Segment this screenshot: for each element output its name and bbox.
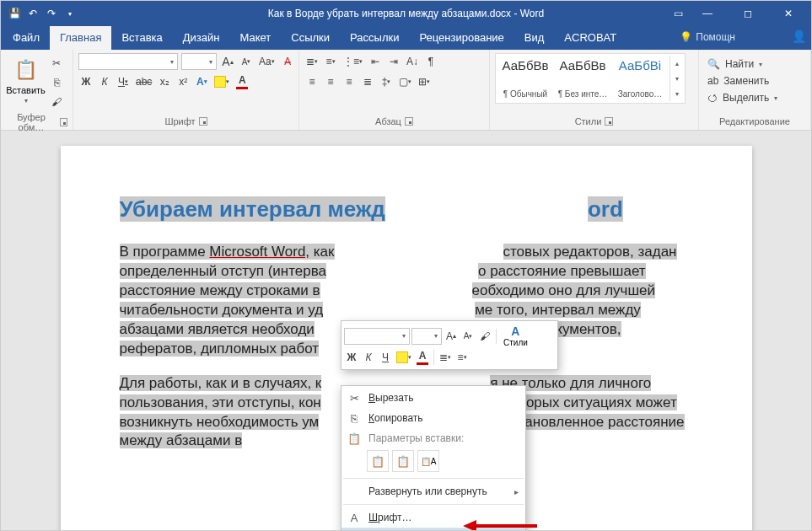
style-nospacing[interactable]: АаБбВв ¶ Без инте… [555, 56, 610, 101]
lightbulb-icon: 💡 [680, 31, 692, 43]
title-bar: 💾 ↶ ↷ ▾ Как в Ворде убрать интервал межд… [1, 1, 811, 26]
increase-indent-button[interactable]: ⇥ [386, 53, 401, 70]
replace-button[interactable]: abЗаменить [704, 73, 772, 88]
font-name-combo[interactable]: ▾ [78, 53, 178, 70]
ribbon: 📋 Вставить ▾ ✂ ⎘ 🖌 Буфер обм… ▾ ▾ A▴ A▾ … [1, 50, 811, 131]
shading-button[interactable]: ▢▾ [397, 73, 413, 90]
bold-button[interactable]: Ж [78, 73, 94, 90]
ctx-paragraph[interactable]: ≣Абзац… [341, 528, 525, 531]
tab-home[interactable]: Главная [50, 26, 111, 50]
subscript-button[interactable]: x₂ [157, 73, 172, 90]
paste-merge[interactable]: 📋 [392, 450, 414, 472]
paste-keep-source[interactable]: 📋 [367, 450, 389, 472]
style-normal[interactable]: АаБбВв ¶ Обычный [497, 56, 553, 101]
redo-icon[interactable]: ↷ [45, 7, 58, 20]
paragraph-dialog-launcher[interactable] [405, 117, 413, 126]
justify-button[interactable]: ≣ [360, 73, 375, 90]
mini-font-color[interactable]: A [415, 349, 430, 366]
styles-scroll[interactable]: ▴▾▾ [669, 56, 683, 101]
mini-italic[interactable]: К [361, 349, 376, 366]
align-left-button[interactable]: ≡ [304, 73, 320, 90]
strike-button[interactable]: abc [134, 73, 153, 90]
ctx-expand-collapse[interactable]: Развернуть или свернуть▸ [341, 481, 525, 502]
show-marks-button[interactable]: ¶ [423, 53, 438, 70]
tab-view[interactable]: Вид [514, 26, 555, 50]
ctx-paste-header: 📋Параметры вставки: [341, 428, 525, 448]
styles-dialog-launcher[interactable] [605, 117, 613, 126]
align-right-button[interactable]: ≡ [341, 73, 357, 90]
style-heading1[interactable]: АаБбВі Заголово… [612, 56, 668, 101]
mini-bullets[interactable]: ≣▾ [438, 349, 453, 366]
font-size-combo[interactable]: ▾ [181, 53, 217, 70]
ctx-cut[interactable]: ✂Вырезать [341, 388, 525, 408]
clipboard-dialog-launcher[interactable] [60, 118, 67, 126]
styles-icon: A [511, 324, 519, 338]
maximize-button[interactable]: ◻ [729, 1, 767, 26]
mini-styles-button[interactable]: A Стили [500, 324, 531, 347]
superscript-button[interactable]: x² [175, 73, 191, 90]
tab-acrobat[interactable]: ACROBAT [554, 26, 626, 50]
mini-highlight[interactable]: ▾ [395, 349, 413, 366]
tab-layout[interactable]: Макет [229, 26, 281, 50]
mini-underline[interactable]: Ч [378, 349, 393, 366]
mini-shrink-font[interactable]: A▾ [460, 328, 476, 345]
copy-icon[interactable]: ⎘ [49, 74, 64, 91]
tell-me-box[interactable]: 💡 Помощн [680, 31, 735, 43]
grow-font-button[interactable]: A▴ [220, 53, 235, 70]
paste-text-only[interactable]: 📋A [417, 450, 439, 472]
close-button[interactable]: ✕ [769, 1, 808, 26]
numbering-button[interactable]: ≡▾ [323, 53, 338, 70]
mini-font-combo[interactable]: ▾ [344, 328, 410, 345]
copy-icon: ⎘ [347, 412, 362, 425]
clear-formatting-button[interactable]: A̶ [280, 53, 295, 70]
chevron-down-icon: ▾ [24, 97, 28, 105]
sort-button[interactable]: A↓ [405, 53, 420, 70]
qat-customize-icon[interactable]: ▾ [63, 7, 77, 20]
mini-numbering[interactable]: ≡▾ [454, 349, 470, 366]
multilevel-button[interactable]: ⋮≡▾ [341, 53, 364, 70]
ribbon-display-options-icon[interactable]: ▭ [669, 1, 686, 26]
undo-icon[interactable]: ↶ [26, 7, 40, 20]
underline-button[interactable]: Ч▾ [116, 73, 131, 90]
tab-design[interactable]: Дизайн [173, 26, 230, 50]
format-painter-icon[interactable]: 🖌 [49, 94, 64, 110]
tab-review[interactable]: Рецензирование [409, 26, 514, 50]
save-icon[interactable]: 💾 [8, 7, 21, 20]
bullets-button[interactable]: ≣▾ [304, 53, 320, 70]
paste-label: Вставить [6, 85, 46, 95]
document-area[interactable]: Убираем интервал междord В программе Mic… [1, 131, 811, 531]
line-spacing-button[interactable]: ‡▾ [379, 73, 394, 90]
change-case-button[interactable]: Aa▾ [257, 53, 277, 70]
document-heading: Убираем интервал междord [120, 196, 693, 223]
font-color-button[interactable]: A [234, 73, 250, 90]
tab-file[interactable]: Файл [3, 26, 50, 50]
cut-icon[interactable]: ✂ [49, 55, 64, 72]
share-icon[interactable]: 👤 [792, 30, 806, 43]
mini-bold[interactable]: Ж [344, 349, 359, 366]
borders-button[interactable]: ⊞▾ [417, 73, 432, 90]
shrink-font-button[interactable]: A▾ [239, 53, 254, 70]
align-center-button[interactable]: ≡ [323, 73, 338, 90]
select-button[interactable]: ⭯Выделить▾ [704, 90, 781, 105]
paste-button[interactable]: 📋 Вставить ▾ [6, 53, 46, 105]
font-a-icon: A [347, 512, 362, 524]
window-controls: ▭ — ◻ ✕ [669, 1, 811, 26]
mini-grow-font[interactable]: A▴ [444, 328, 459, 345]
tab-mailings[interactable]: Рассылки [340, 26, 409, 50]
find-button[interactable]: 🔍Найти▾ [704, 56, 766, 72]
group-editing: 🔍Найти▾ abЗаменить ⭯Выделить▾ Редактиров… [699, 50, 811, 130]
styles-gallery[interactable]: АаБбВв ¶ Обычный АаБбВв ¶ Без инте… АаБб… [495, 53, 686, 104]
group-styles: АаБбВв ¶ Обычный АаБбВв ¶ Без инте… АаБб… [490, 50, 699, 130]
font-dialog-launcher[interactable] [199, 117, 207, 126]
ctx-font[interactable]: AШрифт… [341, 507, 525, 528]
tab-references[interactable]: Ссылки [281, 26, 340, 50]
minimize-button[interactable]: — [688, 1, 727, 26]
italic-button[interactable]: К [97, 73, 112, 90]
text-effects-button[interactable]: A▾ [194, 73, 209, 90]
mini-format-painter-icon[interactable]: 🖌 [477, 328, 492, 345]
tab-insert[interactable]: Вставка [111, 26, 172, 50]
mini-size-combo[interactable]: ▾ [411, 328, 442, 345]
ctx-copy[interactable]: ⎘Копировать [341, 408, 525, 428]
decrease-indent-button[interactable]: ⇤ [368, 53, 383, 70]
highlight-button[interactable]: ▾ [212, 73, 231, 90]
